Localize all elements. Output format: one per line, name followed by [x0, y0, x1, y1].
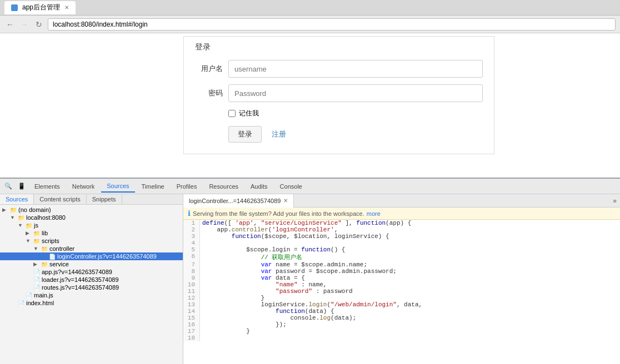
- file-icon-routes: 📄: [33, 285, 40, 291]
- username-row: 用户名: [195, 60, 483, 78]
- info-message: Serving from the file system? Add your f…: [193, 210, 364, 217]
- code-line-2: 2 app.controller('loginController',: [183, 226, 620, 233]
- tab-console[interactable]: Console: [274, 180, 308, 193]
- file-tree: ▶ 📁 (no domain) ▼ 📁 localhost:8080 ▼ 📁: [0, 205, 183, 364]
- file-icon-login-controller: 📄: [49, 254, 56, 260]
- tab-favicon: [11, 4, 18, 11]
- browser-titlebar: app后台管理 ✕: [0, 0, 620, 16]
- browser-tab[interactable]: app后台管理 ✕: [4, 1, 76, 14]
- tree-item-login-controller[interactable]: 📄 loginController.js?v=1446263574089: [0, 252, 183, 260]
- info-icon: ℹ: [188, 209, 191, 218]
- code-line-9: 9 var data = {: [183, 275, 620, 281]
- folder-icon-controller: 📁: [41, 246, 48, 252]
- sources-tab-content-scripts[interactable]: Content scripts: [34, 194, 86, 204]
- code-line-15: 15 console.log(data);: [183, 315, 620, 321]
- code-tab-label: loginController...=1446263574089: [189, 198, 281, 204]
- folder-icon-js: 📁: [26, 223, 32, 229]
- folder-icon-localhost: 📁: [18, 215, 24, 221]
- code-line-12: 12 }: [183, 295, 620, 301]
- tree-item-loader-js[interactable]: 📄 loader.js?v=1446263574089: [0, 276, 183, 284]
- page-content: 登录 用户名 密码 记住我 登录 注册: [0, 33, 620, 178]
- code-line-6: 6 // 获取用户名: [183, 253, 620, 261]
- file-icon-loader: 📄: [33, 277, 40, 283]
- password-input[interactable]: [228, 84, 483, 102]
- tree-item-js[interactable]: ▼ 📁 js: [0, 221, 183, 229]
- login-button[interactable]: 登录: [228, 126, 262, 143]
- username-label: 用户名: [195, 64, 223, 74]
- code-line-17: 17 }: [183, 328, 620, 335]
- folder-icon: 📁: [10, 207, 17, 213]
- tree-item-main-js[interactable]: 📄 main.js: [0, 291, 183, 299]
- tree-item-index-html[interactable]: 📄 index.html: [0, 299, 183, 307]
- remember-me-label: 记住我: [239, 109, 259, 118]
- tree-item-localhost[interactable]: ▼ 📁 localhost:8080: [0, 214, 183, 221]
- password-label: 密码: [195, 88, 223, 98]
- code-line-5: 5 $scope.login = function() {: [183, 246, 620, 253]
- code-lines: 1 define([ 'app', "service/LoginService"…: [183, 220, 620, 341]
- code-tab-close-icon[interactable]: ✕: [283, 198, 288, 204]
- address-bar[interactable]: [48, 18, 616, 31]
- code-tabs-overflow[interactable]: »: [609, 197, 620, 205]
- tree-item-app-js[interactable]: 📄 app.js?v=1446263574089: [0, 268, 183, 276]
- sources-sidebar: Sources Content scripts Snippets ▶ 📁 (no…: [0, 194, 183, 364]
- devtools-inspect-icon[interactable]: 🔍: [2, 180, 14, 193]
- tree-item-service[interactable]: ▶ 📁 service: [0, 260, 183, 268]
- tab-elements[interactable]: Elements: [29, 180, 66, 193]
- code-info-bar: ℹ Serving from the file system? Add your…: [183, 208, 620, 220]
- code-tab-login-controller[interactable]: loginController...=1446263574089 ✕: [183, 194, 294, 208]
- code-line-1: 1 define([ 'app', "service/LoginService"…: [183, 220, 620, 226]
- file-icon-index: 📄: [18, 300, 24, 306]
- tab-sources[interactable]: Sources: [101, 180, 134, 193]
- remember-me-row: 记住我: [228, 109, 483, 118]
- sources-panel-tabs: Sources Content scripts Snippets: [0, 194, 183, 205]
- file-icon-app: 📄: [33, 269, 40, 275]
- register-button[interactable]: 注册: [267, 126, 291, 143]
- tab-close-button[interactable]: ✕: [64, 4, 69, 11]
- folder-icon-service: 📁: [41, 261, 48, 267]
- tree-item-scripts[interactable]: ▼ 📁 scripts: [0, 237, 183, 245]
- sources-tab-sources[interactable]: Sources: [0, 194, 34, 204]
- devtools-panel: 🔍 📱 Elements Network Sources Timeline Pr…: [0, 178, 620, 364]
- code-tabs: loginController...=1446263574089 ✕ »: [183, 194, 620, 208]
- file-icon-main: 📄: [26, 292, 32, 299]
- remember-me-checkbox[interactable]: [228, 110, 236, 117]
- button-row: 登录 注册: [228, 126, 483, 143]
- tree-item-no-domain[interactable]: ▶ 📁 (no domain): [0, 206, 183, 214]
- code-line-8: 8 var password = $scope.admin.password;: [183, 268, 620, 275]
- devtools-body: Sources Content scripts Snippets ▶ 📁 (no…: [0, 194, 620, 364]
- folder-icon-scripts: 📁: [33, 238, 40, 244]
- info-more-link[interactable]: more: [367, 210, 381, 217]
- devtools-toolbar: 🔍 📱 Elements Network Sources Timeline Pr…: [0, 179, 620, 194]
- tab-profiles[interactable]: Profiles: [171, 180, 203, 193]
- tab-audits[interactable]: Audits: [245, 180, 273, 193]
- code-line-11: 11 "password" : password: [183, 288, 620, 295]
- browser-toolbar: ← → ↻: [0, 16, 620, 33]
- back-button[interactable]: ←: [4, 19, 16, 30]
- reload-button[interactable]: ↻: [33, 19, 44, 30]
- code-line-3: 3 function($scope, $location, loginServi…: [183, 233, 620, 240]
- devtools-mobile-icon[interactable]: 📱: [16, 180, 28, 193]
- code-line-7: 7 var name = $scope.admin.name;: [183, 261, 620, 268]
- login-container: 登录 用户名 密码 记住我 登录 注册: [183, 36, 494, 154]
- forward-button[interactable]: →: [19, 19, 30, 30]
- login-title: 登录: [195, 42, 483, 52]
- code-line-14: 14 function(data) {: [183, 308, 620, 315]
- tab-resources[interactable]: Resources: [203, 180, 244, 193]
- code-line-10: 10 "name" : name,: [183, 281, 620, 288]
- tab-network[interactable]: Network: [67, 180, 100, 193]
- folder-icon-lib: 📁: [33, 230, 40, 236]
- code-editor[interactable]: 1 define([ 'app', "service/LoginService"…: [183, 220, 620, 364]
- tree-item-routes-js[interactable]: 📄 routes.js?v=1446263574089: [0, 284, 183, 291]
- code-line-13: 13 loginService.login("/web/admin/login"…: [183, 301, 620, 308]
- code-line-18: 18: [183, 335, 620, 341]
- tree-item-lib[interactable]: ▶ 📁 lib: [0, 229, 183, 237]
- tab-title: app后台管理: [22, 3, 60, 12]
- password-row: 密码: [195, 84, 483, 102]
- tab-timeline[interactable]: Timeline: [136, 180, 170, 193]
- code-line-16: 16 });: [183, 321, 620, 328]
- code-line-4: 4: [183, 240, 620, 246]
- username-input[interactable]: [228, 60, 483, 78]
- sources-tab-snippets[interactable]: Snippets: [87, 194, 122, 204]
- tree-item-controller[interactable]: ▼ 📁 controller: [0, 245, 183, 252]
- code-panel: loginController...=1446263574089 ✕ » ℹ S…: [183, 194, 620, 364]
